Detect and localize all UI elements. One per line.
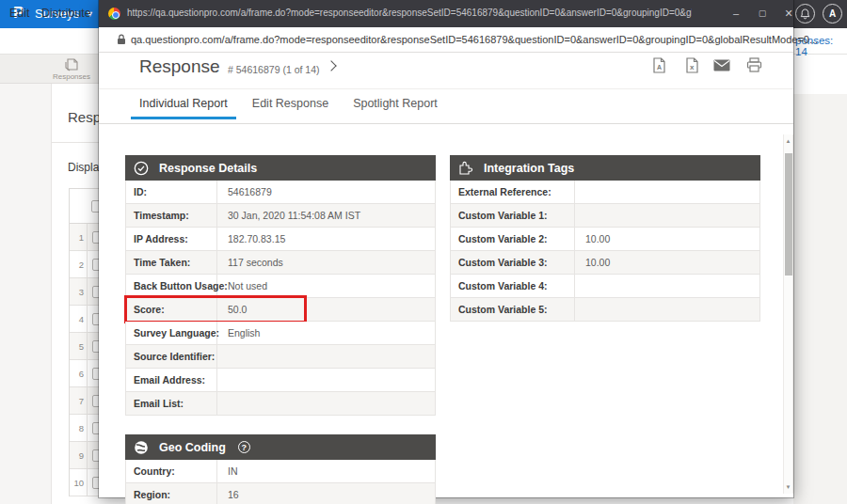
detail-label: Survey Language: [126, 322, 217, 344]
row-number: 1 [70, 224, 87, 250]
detail-label: Custom Variable 2: [451, 228, 575, 250]
account-avatar[interactable]: A [823, 4, 842, 24]
detail-label: Score: [126, 298, 217, 321]
detail-label: Custom Variable 3: [451, 251, 575, 274]
header-right-strip: A [793, 0, 847, 28]
cell-divider [87, 442, 88, 468]
detail-value: IN [217, 460, 435, 482]
scroll-down-arrow[interactable]: ▼ [784, 484, 792, 490]
detail-row: Email List: [125, 392, 436, 416]
detail-value [575, 181, 759, 203]
divider [99, 123, 793, 124]
detail-row: Custom Variable 5: [450, 298, 760, 322]
nav-item-distribute[interactable]: Distribute [41, 7, 91, 20]
detail-value: 16 [217, 483, 435, 504]
scroll-up-arrow[interactable]: ▲ [784, 138, 792, 144]
detail-label: Email List: [126, 392, 217, 415]
report-tab[interactable]: Individual Report [139, 97, 228, 119]
print-icon [746, 57, 762, 72]
globe-icon [134, 440, 149, 455]
minimize-button[interactable]: – [726, 6, 746, 22]
detail-value: 182.70.83.15 [217, 228, 435, 250]
detail-row: IP Address: 182.70.83.15 [125, 228, 436, 251]
cell-divider [87, 306, 88, 332]
detail-row: Custom Variable 1: [450, 204, 760, 228]
puzzle-icon [458, 161, 473, 175]
detail-label: Country: [126, 460, 217, 482]
detail-label: Email Address: [126, 369, 217, 391]
check-circle-icon [134, 161, 149, 176]
chrome-icon [108, 8, 120, 20]
next-response-button[interactable] [326, 60, 336, 71]
detail-value: 10.00 [575, 228, 759, 250]
svg-text:x: x [690, 63, 695, 71]
geo-coding-header: Geo Coding ? [125, 434, 436, 460]
detail-value: 117 seconds [217, 251, 435, 274]
detail-row: Custom Variable 2: 10.00 [450, 228, 760, 251]
envelope-icon [713, 59, 730, 71]
detail-value [575, 275, 759, 297]
detail-label: Custom Variable 1: [451, 204, 575, 227]
pdf-icon: A [652, 57, 666, 73]
cell-divider [87, 224, 88, 250]
detail-row: Email Address: [125, 369, 436, 392]
row-number: 4 [70, 306, 87, 332]
row-number: 2 [70, 251, 87, 277]
row-number: 9 [70, 442, 87, 468]
detail-row: Timestamp: 30 Jan, 2020 11:54:08 AM IST [125, 204, 436, 228]
excel-icon: x [685, 57, 699, 73]
geo-coding-rows: Country: IN Region: 16 [125, 460, 436, 504]
print-button[interactable] [744, 56, 763, 73]
response-position: (1 of 14) [282, 64, 319, 75]
geo-coding-panel: Geo Coding ? Country: IN Region: 16 [125, 434, 436, 504]
toolbar-responses-button[interactable]: Responses [44, 55, 99, 83]
export-pdf-button[interactable]: A [649, 56, 668, 73]
detail-value [217, 392, 435, 415]
close-button[interactable]: ✕ [778, 6, 799, 22]
response-details-rows: ID: 54616879 Timestamp: 30 Jan, 2020 11:… [125, 181, 436, 416]
row-number: 6 [70, 360, 87, 386]
report-tabs: Individual ReportEdit ResponseSpotlight … [139, 97, 438, 119]
help-icon[interactable]: ? [238, 441, 250, 453]
detail-label: Region: [126, 483, 217, 504]
row-number: 3 [70, 278, 87, 305]
cell-divider [87, 251, 88, 277]
detail-value: 30 Jan, 2020 11:54:08 AM IST [217, 204, 435, 227]
export-excel-button[interactable]: x [682, 56, 701, 73]
row-number: 8 [70, 415, 87, 441]
response-details-header: Response Details [125, 155, 436, 181]
integration-tags-rows: External Reference: Custom Variable 1: C… [450, 181, 760, 322]
section-title: Geo Coding [159, 441, 226, 454]
scrollbar-thumb[interactable] [785, 153, 792, 276]
detail-label: IP Address: [126, 228, 217, 250]
response-details-panel: Response Details ID: 54616879 Timestamp:… [125, 155, 436, 416]
page-right-margin [793, 94, 847, 504]
detail-value: 10.00 [575, 251, 759, 274]
integration-tags-header: Integration Tags [450, 155, 760, 181]
detail-label: Back Button Usage: [126, 275, 217, 297]
detail-label: Timestamp: [126, 204, 217, 227]
toolbar-responses-label: Responses [53, 72, 90, 81]
window-title-url: https://qa.questionpro.com/a/frame.do?mo… [127, 8, 692, 18]
detail-row: Score: 50.0 [125, 298, 436, 322]
divider [99, 88, 793, 89]
email-response-button[interactable] [712, 56, 731, 73]
maximize-button[interactable]: ▢ [752, 6, 773, 22]
detail-value: English [217, 322, 435, 344]
detail-value: Not used [217, 275, 435, 297]
cell-divider [87, 469, 88, 496]
report-tab[interactable]: Spotlight Report [353, 97, 438, 119]
integration-tags-panel: Integration Tags External Reference: Cus… [450, 155, 760, 322]
detail-row: Time Taken: 117 seconds [125, 251, 436, 275]
detail-row: Source Identifier: [125, 345, 436, 369]
report-tab[interactable]: Edit Response [252, 97, 328, 119]
section-title: Integration Tags [484, 162, 574, 175]
nav-item-edit[interactable]: Edit [9, 7, 30, 20]
response-reference: # 54616879 (1 of 14) [228, 64, 320, 75]
detail-value: 50.0 [217, 298, 435, 321]
window-titlebar[interactable]: https://qa.questionpro.com/a/frame.do?mo… [99, 0, 793, 27]
detail-label: ID: [126, 181, 217, 203]
address-url: qa.questionpro.com/a/frame.do?mode=respo… [131, 34, 818, 45]
avatar-letter: A [829, 8, 836, 19]
vertical-scrollbar[interactable]: ▲ ▼ [783, 134, 793, 494]
